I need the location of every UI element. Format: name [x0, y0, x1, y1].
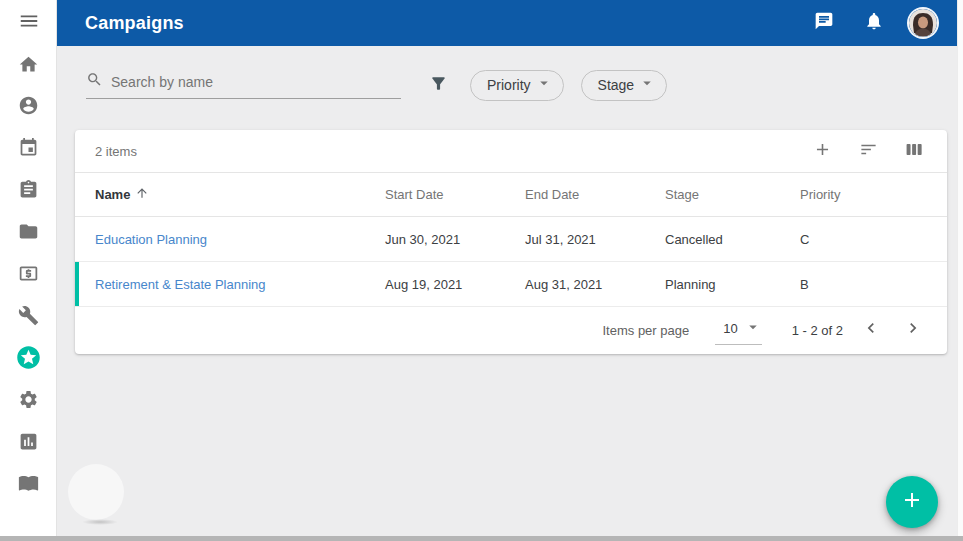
folder-icon: [18, 221, 39, 246]
plus-icon: [900, 488, 924, 516]
page-title: Campaigns: [85, 13, 184, 34]
column-header-end-date-label: End Date: [525, 187, 579, 202]
next-page-button[interactable]: [899, 316, 927, 344]
filter-row: Priority Stage: [58, 46, 957, 104]
sidebar-item-campaigns[interactable]: [0, 346, 57, 372]
sidebar-item-contacts[interactable]: [0, 95, 57, 121]
sidebar-item-calendar[interactable]: [0, 137, 57, 163]
chevron-down-icon: [634, 74, 656, 96]
column-header-end-date[interactable]: End Date: [525, 187, 665, 202]
column-header-start-date-label: Start Date: [385, 187, 444, 202]
sidebar-item-library[interactable]: [0, 472, 57, 498]
notifications-button[interactable]: [857, 6, 891, 40]
stage-cell: Planning: [665, 277, 800, 292]
app-window: Campaigns Prior: [0, 0, 963, 541]
columns-button[interactable]: [899, 136, 929, 166]
table-row[interactable]: Retirement & Estate Planning Aug 19, 202…: [75, 262, 947, 307]
dollar-icon: [18, 263, 39, 288]
end-date-cell: Jul 31, 2021: [525, 232, 665, 247]
home-icon: [18, 54, 39, 79]
sidebar-nav: [0, 53, 56, 498]
pagination-bar: Items per page 10 1 - 2 of 2: [75, 307, 947, 353]
page-size-value: 10: [723, 321, 737, 336]
sidebar-item-home[interactable]: [0, 53, 57, 79]
search-icon: [86, 71, 103, 92]
window-bottom-edge: [0, 536, 963, 541]
sort-button[interactable]: [853, 136, 883, 166]
priority-filter-chip[interactable]: Priority: [470, 70, 564, 101]
table-header-row: Name Start Date End Date Stage Priority: [75, 173, 947, 217]
search-input[interactable]: [111, 74, 401, 90]
filter-button[interactable]: [423, 70, 453, 100]
sidebar-item-tools[interactable]: [0, 304, 57, 330]
stage-filter-chip[interactable]: Stage: [581, 70, 668, 101]
column-header-priority[interactable]: Priority: [800, 187, 947, 202]
priority-chip-label: Priority: [487, 77, 531, 93]
start-date-cell: Aug 19, 2021: [385, 277, 525, 292]
ghost-circle-shadow: [82, 519, 118, 525]
star-circle-icon: [15, 344, 42, 375]
chevron-left-icon: [861, 318, 881, 342]
table-toolbar: 2 items: [75, 130, 947, 173]
page-size-select[interactable]: 10: [715, 316, 761, 345]
clipboard-icon: [18, 179, 39, 204]
stage-chip-label: Stage: [598, 77, 635, 93]
top-app-bar: Campaigns: [57, 0, 957, 46]
chevron-down-icon: [531, 74, 553, 96]
table-row[interactable]: Education Planning Jun 30, 2021 Jul 31, …: [75, 217, 947, 262]
person-icon: [18, 95, 39, 120]
priority-cell: C: [800, 232, 947, 247]
gear-icon: [18, 389, 39, 414]
scrollbar-track[interactable]: [957, 0, 963, 536]
bell-icon: [864, 11, 884, 35]
plus-icon: [813, 140, 832, 163]
sidebar-item-documents[interactable]: [0, 221, 57, 247]
filter-funnel-icon: [429, 74, 448, 97]
ghost-circle: [68, 464, 124, 520]
content-area: Priority Stage 2 items: [58, 46, 957, 536]
campaigns-table-card: 2 items Name Start Date End Date: [75, 130, 947, 354]
column-header-start-date[interactable]: Start Date: [385, 187, 525, 202]
hamburger-icon: [18, 10, 40, 36]
search-box: [86, 71, 401, 99]
priority-cell: B: [800, 277, 947, 292]
end-date-cell: Aug 31, 2021: [525, 277, 665, 292]
previous-page-button[interactable]: [857, 316, 885, 344]
sidebar-item-tasks[interactable]: [0, 179, 57, 205]
chat-button[interactable]: [807, 6, 841, 40]
chevron-down-icon: [738, 318, 762, 340]
columns-icon: [905, 140, 924, 163]
user-avatar[interactable]: [909, 9, 937, 37]
start-date-cell: Jun 30, 2021: [385, 232, 525, 247]
sidebar-item-settings[interactable]: [0, 388, 57, 414]
open-book-icon: [18, 472, 39, 497]
stage-cell: Cancelled: [665, 232, 800, 247]
chat-icon: [814, 11, 834, 35]
column-header-stage-label: Stage: [665, 187, 699, 202]
add-campaign-fab[interactable]: [886, 476, 938, 528]
items-count: 2 items: [95, 144, 137, 159]
menu-toggle-button[interactable]: [0, 10, 57, 36]
sidebar: [0, 0, 57, 536]
bar-chart-icon: [18, 431, 39, 456]
items-per-page-label: Items per page: [603, 323, 690, 338]
add-item-button[interactable]: [807, 136, 837, 166]
sidebar-item-reports[interactable]: [0, 430, 57, 456]
chevron-right-icon: [903, 318, 923, 342]
column-header-stage[interactable]: Stage: [665, 187, 800, 202]
campaign-name-link[interactable]: Education Planning: [95, 232, 385, 247]
sidebar-item-billing[interactable]: [0, 262, 57, 288]
column-header-name-label: Name: [95, 187, 130, 202]
wrench-icon: [18, 305, 39, 330]
campaign-name-link[interactable]: Retirement & Estate Planning: [95, 277, 385, 292]
pagination-range: 1 - 2 of 2: [792, 323, 843, 338]
sort-ascending-icon: [135, 186, 149, 203]
active-row-indicator: [75, 262, 79, 306]
column-header-name[interactable]: Name: [95, 186, 385, 203]
calendar-icon: [18, 137, 39, 162]
column-header-priority-label: Priority: [800, 187, 840, 202]
sort-lines-icon: [859, 140, 878, 163]
